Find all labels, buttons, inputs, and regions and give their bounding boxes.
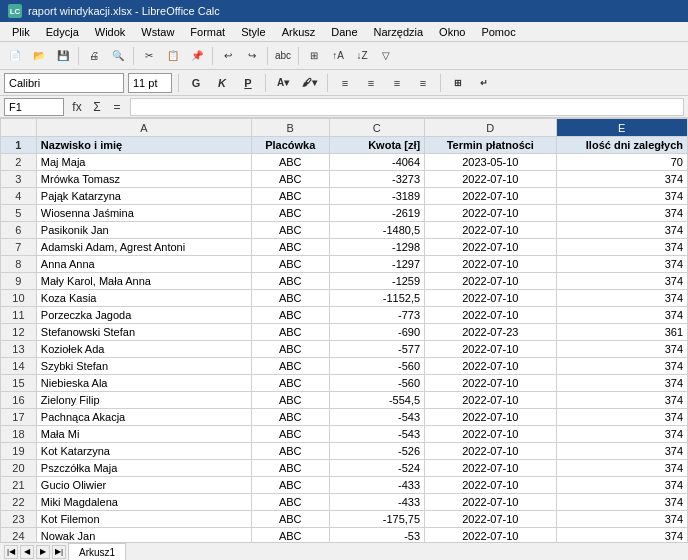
cell-a6[interactable]: Pasikonik Jan [36, 222, 251, 239]
print-button[interactable]: 🖨 [83, 45, 105, 67]
cell-b15[interactable]: ABC [251, 375, 329, 392]
wrap-text-button[interactable]: ↵ [473, 73, 495, 93]
cell-b14[interactable]: ABC [251, 358, 329, 375]
cell-d10[interactable]: 2022-07-10 [425, 290, 556, 307]
cut-button[interactable]: ✂ [138, 45, 160, 67]
font-size-input[interactable] [128, 73, 172, 93]
cell-e16[interactable]: 374 [556, 392, 687, 409]
sort-asc-button[interactable]: ↑A [327, 45, 349, 67]
cell-c24[interactable]: -53 [329, 528, 425, 543]
cell-e11[interactable]: 374 [556, 307, 687, 324]
font-name-input[interactable] [4, 73, 124, 93]
highlight-color-button[interactable]: 🖌▾ [298, 73, 321, 93]
cell-c9[interactable]: -1259 [329, 273, 425, 290]
bold-button[interactable]: G [185, 73, 207, 93]
cell-a2[interactable]: Maj Maja [36, 154, 251, 171]
cell-c21[interactable]: -433 [329, 477, 425, 494]
cell-d18[interactable]: 2022-07-10 [425, 426, 556, 443]
cell-d7[interactable]: 2022-07-10 [425, 239, 556, 256]
cell-ref-display[interactable]: F1 [4, 98, 64, 116]
cell-e22[interactable]: 374 [556, 494, 687, 511]
menu-pomoc[interactable]: Pomoc [473, 24, 523, 40]
cell-a3[interactable]: Mrówka Tomasz [36, 171, 251, 188]
paste-button[interactable]: 📌 [186, 45, 208, 67]
col-header-a[interactable]: A [36, 119, 251, 137]
header-cell-a1[interactable]: Nazwisko i imię [36, 137, 251, 154]
header-cell-c1[interactable]: Kwota [zł] [329, 137, 425, 154]
cell-a23[interactable]: Kot Filemon [36, 511, 251, 528]
menu-wstaw[interactable]: Wstaw [133, 24, 182, 40]
sort-desc-button[interactable]: ↓Z [351, 45, 373, 67]
merge-cells-button[interactable]: ⊞ [447, 73, 469, 93]
col-header-b[interactable]: B [251, 119, 329, 137]
cell-b9[interactable]: ABC [251, 273, 329, 290]
cell-c10[interactable]: -1152,5 [329, 290, 425, 307]
cell-e5[interactable]: 374 [556, 205, 687, 222]
filter-button[interactable]: ▽ [375, 45, 397, 67]
cell-e8[interactable]: 374 [556, 256, 687, 273]
cell-b12[interactable]: ABC [251, 324, 329, 341]
undo-button[interactable]: ↩ [217, 45, 239, 67]
cell-e13[interactable]: 374 [556, 341, 687, 358]
cell-a8[interactable]: Anna Anna [36, 256, 251, 273]
cell-a24[interactable]: Nowak Jan [36, 528, 251, 543]
cell-a18[interactable]: Mała Mi [36, 426, 251, 443]
cell-b24[interactable]: ABC [251, 528, 329, 543]
cell-b18[interactable]: ABC [251, 426, 329, 443]
cell-c8[interactable]: -1297 [329, 256, 425, 273]
first-sheet-button[interactable]: |◀ [4, 545, 18, 559]
cell-b2[interactable]: ABC [251, 154, 329, 171]
cell-a16[interactable]: Zielony Filip [36, 392, 251, 409]
cell-d22[interactable]: 2022-07-10 [425, 494, 556, 511]
cell-c19[interactable]: -526 [329, 443, 425, 460]
cell-b16[interactable]: ABC [251, 392, 329, 409]
align-center-button[interactable]: ≡ [360, 73, 382, 93]
cell-d16[interactable]: 2022-07-10 [425, 392, 556, 409]
cell-c17[interactable]: -543 [329, 409, 425, 426]
cell-d21[interactable]: 2022-07-10 [425, 477, 556, 494]
cell-b13[interactable]: ABC [251, 341, 329, 358]
cell-d6[interactable]: 2022-07-10 [425, 222, 556, 239]
cell-e18[interactable]: 374 [556, 426, 687, 443]
cell-b11[interactable]: ABC [251, 307, 329, 324]
cell-b5[interactable]: ABC [251, 205, 329, 222]
col-header-d[interactable]: D [425, 119, 556, 137]
cell-d15[interactable]: 2022-07-10 [425, 375, 556, 392]
cell-b8[interactable]: ABC [251, 256, 329, 273]
cell-e2[interactable]: 70 [556, 154, 687, 171]
cell-c13[interactable]: -577 [329, 341, 425, 358]
cell-a10[interactable]: Koza Kasia [36, 290, 251, 307]
cell-a20[interactable]: Pszczółka Maja [36, 460, 251, 477]
cell-e14[interactable]: 374 [556, 358, 687, 375]
new-button[interactable]: 📄 [4, 45, 26, 67]
cell-b6[interactable]: ABC [251, 222, 329, 239]
print-preview-button[interactable]: 🔍 [107, 45, 129, 67]
menu-narzedzia[interactable]: Narzędzia [366, 24, 432, 40]
cell-d2[interactable]: 2023-05-10 [425, 154, 556, 171]
cell-d3[interactable]: 2022-07-10 [425, 171, 556, 188]
open-button[interactable]: 📂 [28, 45, 50, 67]
col-header-e[interactable]: E [556, 119, 687, 137]
menu-arkusz[interactable]: Arkusz [274, 24, 324, 40]
cell-e6[interactable]: 374 [556, 222, 687, 239]
save-button[interactable]: 💾 [52, 45, 74, 67]
cell-d13[interactable]: 2022-07-10 [425, 341, 556, 358]
header-cell-b1[interactable]: Placówka [251, 137, 329, 154]
header-cell-d1[interactable]: Termin płatności [425, 137, 556, 154]
cell-d11[interactable]: 2022-07-10 [425, 307, 556, 324]
cell-b20[interactable]: ABC [251, 460, 329, 477]
font-color-button[interactable]: A▾ [272, 73, 294, 93]
cell-a7[interactable]: Adamski Adam, Agrest Antoni [36, 239, 251, 256]
cell-d4[interactable]: 2022-07-10 [425, 188, 556, 205]
cell-a19[interactable]: Kot Katarzyna [36, 443, 251, 460]
cell-e17[interactable]: 374 [556, 409, 687, 426]
cell-c4[interactable]: -3189 [329, 188, 425, 205]
cell-c7[interactable]: -1298 [329, 239, 425, 256]
cell-b4[interactable]: ABC [251, 188, 329, 205]
align-left-button[interactable]: ≡ [334, 73, 356, 93]
align-justify-button[interactable]: ≡ [412, 73, 434, 93]
menu-widok[interactable]: Widok [87, 24, 134, 40]
cell-d12[interactable]: 2022-07-23 [425, 324, 556, 341]
cell-c15[interactable]: -560 [329, 375, 425, 392]
cell-e19[interactable]: 374 [556, 443, 687, 460]
